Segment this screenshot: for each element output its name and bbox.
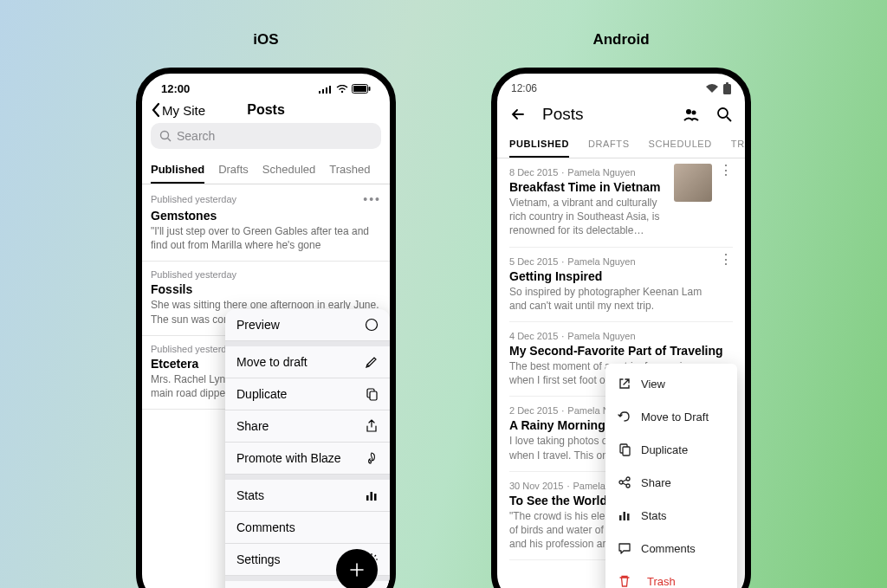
people-icon[interactable]: [683, 106, 700, 123]
list-item[interactable]: 8 Dec 2015·Pamela Nguyen Breakfast Time …: [509, 158, 733, 248]
menu-comments[interactable]: Comments: [225, 512, 390, 544]
ios-tabs: Published Drafts Scheduled Trashed: [142, 158, 390, 184]
undo-icon: [618, 410, 631, 423]
tab-trashed[interactable]: TRASHED: [731, 132, 751, 158]
svg-rect-28: [619, 515, 622, 520]
search-icon: [159, 130, 172, 142]
share-icon: [365, 419, 379, 433]
copy-icon: [618, 443, 631, 456]
ios-fab-add[interactable]: [336, 549, 378, 588]
ios-column: iOS 12:00 My Site Posts Search: [136, 31, 396, 588]
post-title: Getting Inspired: [509, 269, 733, 283]
ios-statusbar: 12:00: [142, 74, 390, 99]
svg-rect-12: [370, 391, 377, 400]
external-icon: [618, 377, 631, 391]
menu-share[interactable]: Share: [605, 466, 737, 499]
list-item[interactable]: 5 Dec 2015·Pamela Nguyen Getting Inspire…: [509, 248, 733, 322]
ios-context-menu: Preview Move to draft Duplicate Share Pr…: [225, 309, 390, 588]
menu-trash[interactable]: Trash: [605, 565, 737, 588]
signal-icon: [319, 85, 333, 94]
ios-navbar: My Site Posts: [142, 99, 390, 123]
svg-point-8: [161, 132, 169, 139]
menu-duplicate[interactable]: Duplicate: [225, 378, 390, 410]
comment-icon: [618, 541, 631, 555]
svg-rect-6: [353, 86, 366, 92]
post-excerpt: "I'll just step over to Green Gables aft…: [151, 224, 381, 252]
svg-line-22: [727, 117, 731, 121]
menu-stats[interactable]: Stats: [225, 475, 390, 512]
menu-view[interactable]: View: [605, 367, 737, 400]
menu-blaze[interactable]: Promote with Blaze: [225, 443, 390, 475]
android-status-icons: [706, 82, 731, 94]
svg-rect-3: [329, 86, 331, 94]
post-excerpt: So inspired by photographer Keenan Lam a…: [509, 285, 733, 313]
svg-point-25: [626, 477, 630, 481]
menu-comments[interactable]: Comments: [605, 532, 737, 565]
compass-icon: [365, 318, 379, 332]
copy-icon: [365, 387, 379, 401]
android-appbar: Posts: [497, 98, 745, 132]
svg-rect-15: [374, 494, 377, 501]
svg-rect-17: [723, 84, 731, 94]
tab-drafts[interactable]: DRAFTS: [588, 132, 630, 158]
post-excerpt: Vietnam, a vibrant and culturally rich c…: [509, 196, 733, 238]
svg-rect-7: [369, 87, 371, 91]
plus-icon: [347, 560, 366, 579]
more-icon[interactable]: ⋮: [719, 164, 733, 178]
meta: Published yesterday: [151, 194, 236, 204]
svg-rect-1: [322, 89, 324, 94]
post-title: Gemstones: [151, 209, 381, 223]
ios-label: iOS: [253, 31, 278, 48]
ios-back-button[interactable]: My Site: [151, 102, 205, 118]
svg-rect-14: [371, 492, 373, 501]
flame-icon: [365, 451, 379, 465]
svg-rect-18: [726, 82, 728, 85]
android-page-title: Posts: [542, 105, 667, 124]
svg-point-19: [686, 109, 691, 114]
svg-rect-0: [319, 91, 320, 94]
tab-trashed[interactable]: Trashed: [329, 158, 370, 184]
menu-move-draft[interactable]: Move to draft: [225, 341, 390, 378]
menu-share[interactable]: Share: [225, 410, 390, 443]
android-label: Android: [592, 31, 649, 48]
svg-line-9: [168, 139, 172, 142]
tab-scheduled[interactable]: SCHEDULED: [649, 132, 712, 158]
svg-rect-30: [627, 514, 630, 520]
svg-rect-24: [623, 447, 630, 456]
android-context-menu: View Move to Draft Duplicate Share Stats…: [605, 364, 737, 588]
tab-drafts[interactable]: Drafts: [218, 158, 249, 184]
svg-rect-13: [366, 495, 369, 501]
more-icon[interactable]: •••: [363, 192, 381, 206]
android-time: 12:06: [511, 82, 537, 94]
battery-icon: [352, 84, 371, 94]
android-statusbar: 12:06: [497, 74, 745, 98]
ios-back-label: My Site: [162, 103, 205, 118]
bars-icon: [365, 488, 379, 502]
menu-duplicate[interactable]: Duplicate: [605, 433, 737, 466]
post-title: Fossils: [151, 282, 381, 296]
svg-rect-2: [326, 87, 327, 94]
ios-status-icons: [319, 84, 371, 94]
ios-page-title: Posts: [247, 102, 285, 118]
ios-search-input[interactable]: Search: [151, 123, 381, 149]
svg-rect-29: [624, 512, 626, 520]
tab-published[interactable]: Published: [151, 158, 204, 184]
thumbnail: [674, 164, 712, 202]
tab-scheduled[interactable]: Scheduled: [262, 158, 315, 184]
svg-point-20: [692, 111, 696, 115]
menu-stats[interactable]: Stats: [605, 499, 737, 532]
search-icon[interactable]: [715, 106, 733, 123]
tab-published[interactable]: PUBLISHED: [509, 132, 569, 158]
menu-preview[interactable]: Preview: [225, 309, 390, 341]
svg-point-26: [619, 481, 623, 484]
more-icon[interactable]: ⋮: [719, 253, 733, 267]
meta: Published yesterday: [151, 344, 236, 354]
android-phone: 12:06 Posts PUBLISHED DRAFTS SCHEDULED T…: [491, 68, 751, 588]
menu-move-draft[interactable]: Move to Draft: [605, 400, 737, 433]
ios-search-placeholder: Search: [177, 129, 215, 143]
battery-icon: [723, 82, 731, 94]
bars-icon: [618, 508, 631, 522]
back-arrow-icon[interactable]: [509, 106, 527, 123]
trash-icon: [618, 574, 631, 588]
list-item[interactable]: Published yesterday••• Gemstones "I'll j…: [142, 184, 390, 262]
